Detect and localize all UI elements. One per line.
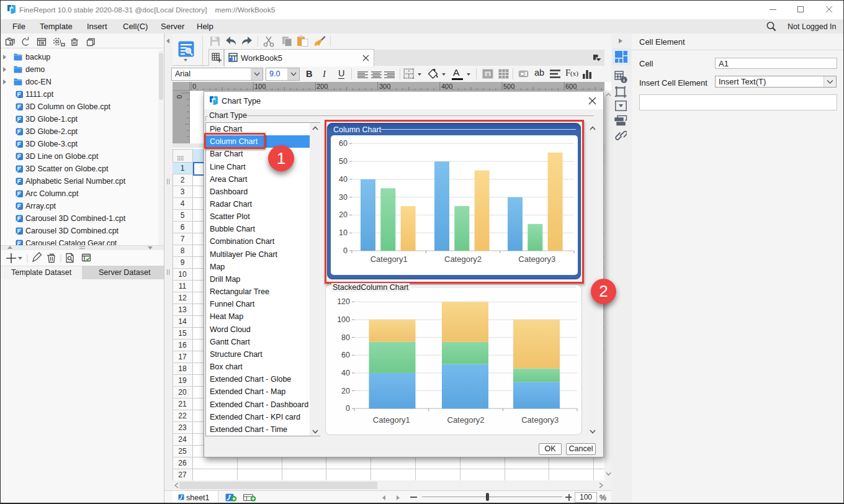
svg-text:40: 40	[341, 369, 350, 377]
svg-text:Category2: Category2	[447, 415, 485, 425]
svg-text:0: 0	[346, 404, 350, 413]
svg-text:Category3: Category3	[521, 415, 559, 425]
svg-text:100: 100	[337, 315, 350, 324]
svg-text:120: 120	[337, 297, 350, 306]
svg-text:80: 80	[341, 333, 350, 342]
svg-text:Category1: Category1	[373, 415, 410, 425]
svg-text:a: a	[487, 72, 489, 76]
svg-text:60: 60	[341, 351, 350, 359]
svg-text:20: 20	[341, 387, 350, 395]
